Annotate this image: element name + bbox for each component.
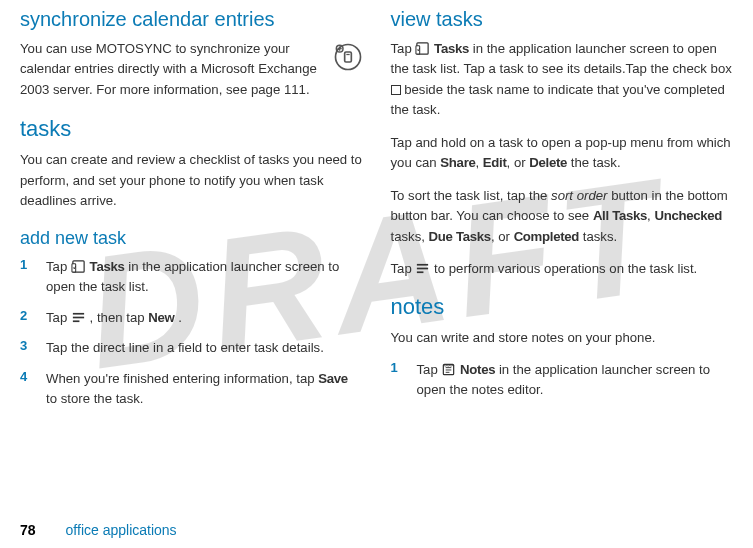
t: . [178, 310, 182, 325]
t: Tasks [90, 259, 125, 274]
tasks-icon [415, 41, 430, 56]
t: Tap [46, 310, 71, 325]
para-sync-text: You can use MOTOSYNC to synchronize your… [20, 41, 317, 97]
t: All Tasks [593, 208, 647, 223]
step-2: 2 Tap , then tap New . [20, 308, 363, 328]
step-number: 1 [391, 360, 403, 401]
step-text: Tap Tasks in the application launcher sc… [46, 257, 363, 298]
t: Edit [483, 155, 507, 170]
t: , then tap [90, 310, 149, 325]
t: Notes [460, 362, 495, 377]
tasks-icon [71, 259, 86, 274]
t: To sort the task list, tap the [391, 188, 552, 203]
svg-rect-1 [344, 52, 351, 62]
step-text: Tap , then tap New . [46, 308, 363, 328]
footer-section-title: office applications [66, 522, 177, 538]
step-number: 3 [20, 338, 32, 358]
t: Share [440, 155, 475, 170]
left-column: synchronize calendar entries You can use… [20, 0, 363, 419]
step-number: 2 [20, 308, 32, 328]
t: tasks. [583, 229, 617, 244]
t: sort order [551, 188, 607, 203]
t: When you're finished entering informatio… [46, 371, 318, 386]
menu-icon [415, 261, 430, 276]
checkbox-icon [391, 85, 401, 95]
step-text: When you're finished entering informatio… [46, 369, 363, 410]
step-number: 4 [20, 369, 32, 410]
page-footer: 78 office applications [20, 522, 177, 538]
step-text: Tap the direct line in a field to enter … [46, 338, 363, 358]
para-sort-task: To sort the task list, tap the sort orde… [391, 186, 734, 247]
menu-icon [71, 310, 86, 325]
para-tasks-intro: You can create and review a checklist of… [20, 150, 363, 211]
step-1: 1 Tap Tasks in the application launcher … [20, 257, 363, 298]
t: Tap [417, 362, 442, 377]
heading-view-tasks: view tasks [391, 8, 734, 31]
t: beside the task name to indicate that yo… [391, 82, 725, 117]
step-3: 3 Tap the direct line in a field to ente… [20, 338, 363, 358]
para-hold-task: Tap and hold on a task to open a pop-up … [391, 133, 734, 174]
heading-tasks: tasks [20, 116, 363, 142]
heading-add-new-task: add new task [20, 228, 363, 249]
right-column: view tasks Tap Tasks in the application … [391, 0, 734, 419]
heading-notes: notes [391, 294, 734, 320]
t: Tap [391, 261, 416, 276]
t: Unchecked [654, 208, 722, 223]
t: Save [318, 371, 348, 386]
t: to perform various operations on the tas… [434, 261, 697, 276]
step-text: Tap Notes in the application launcher sc… [417, 360, 734, 401]
page-number: 78 [20, 522, 36, 538]
para-sync: You can use MOTOSYNC to synchronize your… [20, 39, 363, 100]
para-notes-intro: You can write and store notes on your ph… [391, 328, 734, 348]
sync-icon [333, 42, 363, 78]
t: New [148, 310, 174, 325]
t: Tap [46, 259, 71, 274]
page-content: synchronize calendar entries You can use… [0, 0, 753, 419]
step-4: 4 When you're finished entering informat… [20, 369, 363, 410]
t: Delete [529, 155, 567, 170]
notes-icon [441, 362, 456, 377]
heading-sync-calendar: synchronize calendar entries [20, 8, 363, 31]
para-view-tasks: Tap Tasks in the application launcher sc… [391, 39, 734, 121]
t: Completed [514, 229, 579, 244]
step-number: 1 [20, 257, 32, 298]
notes-step-1: 1 Tap Notes in the application launcher … [391, 360, 734, 401]
t: Due Tasks [429, 229, 491, 244]
t: the task. [571, 155, 621, 170]
para-menu-ops: Tap to perform various operations on the… [391, 259, 734, 279]
t: Tap [391, 41, 416, 56]
t: to store the task. [46, 391, 144, 406]
t: Tasks [434, 41, 469, 56]
